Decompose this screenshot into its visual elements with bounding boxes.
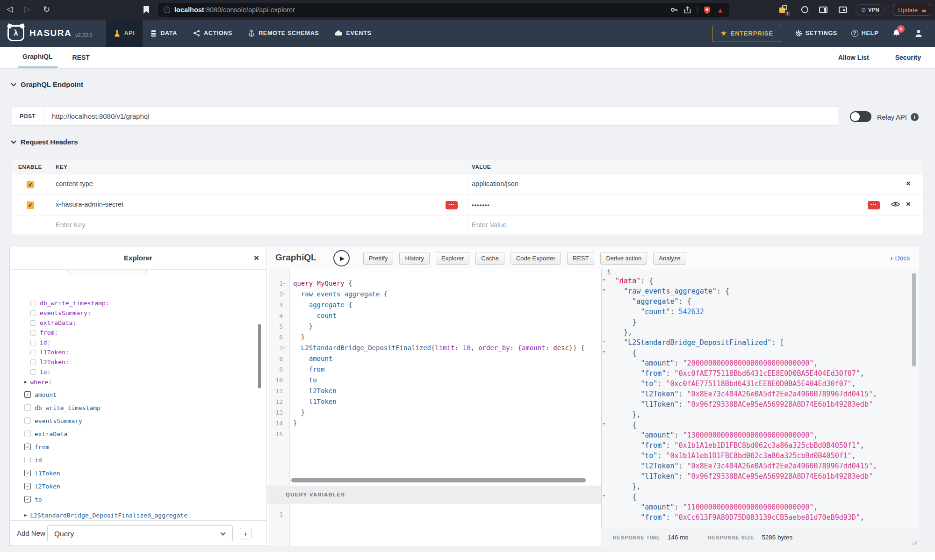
explorer-argument-item[interactable]: db_write_timestamp: xyxy=(30,298,109,308)
nav-item-data[interactable]: DATA xyxy=(143,20,185,47)
browser-menu-icon[interactable]: ≡ xyxy=(922,6,926,14)
reveal-value-eye-icon[interactable] xyxy=(891,201,900,208)
sidebar-toggle-icon[interactable] xyxy=(819,7,827,13)
explorer-item-where[interactable]: ▶ where: xyxy=(24,377,52,387)
hasura-logo[interactable]: λ xyxy=(7,25,24,41)
new-header-value-input[interactable]: Enter Value xyxy=(472,221,507,229)
explorer-field-item[interactable]: ✓l1Token xyxy=(24,467,101,480)
browser-back-icon[interactable]: ◁ xyxy=(7,4,13,14)
header-key-input[interactable]: content-type xyxy=(56,180,93,187)
history-button[interactable]: History xyxy=(399,252,429,265)
header-value-input[interactable]: ••••••• xyxy=(472,201,490,208)
endpoint-url-input[interactable]: http://localhost:8080/v1/graphql xyxy=(43,107,838,125)
explorer-field-item[interactable]: ✓amount xyxy=(24,388,101,401)
explorer-scrollbar[interactable] xyxy=(258,324,261,388)
cache-button[interactable]: Cache xyxy=(475,252,504,265)
execute-query-button[interactable]: ▶ xyxy=(333,250,350,266)
wallet-icon[interactable] xyxy=(839,7,847,13)
enable-header-checkbox[interactable]: ✓ xyxy=(27,201,34,209)
derive-action-button[interactable]: Derive action xyxy=(600,252,647,265)
relay-api-toggle[interactable] xyxy=(850,111,871,122)
explorer-field-item[interactable]: ✓from xyxy=(24,440,101,453)
explorer-argument-item[interactable]: to: xyxy=(30,367,109,377)
nav-item-actions[interactable]: ACTIONS xyxy=(185,20,240,47)
explorer-field-item[interactable]: extraData xyxy=(24,427,101,440)
fold-toggle-icon[interactable]: ▾ xyxy=(603,278,605,282)
explorer-argument-item[interactable]: id: xyxy=(30,337,109,347)
variables-editor[interactable] xyxy=(290,503,601,546)
docs-link[interactable]: ‹ Docs xyxy=(881,247,919,269)
new-header-key-input[interactable]: Enter Key xyxy=(56,221,86,229)
add-operation-button[interactable]: + xyxy=(240,528,252,539)
explorer-tree[interactable]: db_write_timestamp:eventsSummary:extraDa… xyxy=(10,270,266,520)
explorer-field-item[interactable]: db_write_timestamp xyxy=(24,401,101,414)
response-panel[interactable]: { "data": { "raw_events_aggregate": { "a… xyxy=(601,269,919,528)
notifications-button[interactable]: 8 xyxy=(892,29,900,37)
tab-rest[interactable]: REST xyxy=(70,47,93,68)
explorer-field-item[interactable]: eventsSummary xyxy=(24,414,101,427)
remove-header-button[interactable]: × xyxy=(906,179,911,188)
request-headers-section-toggle[interactable]: Request Headers xyxy=(12,138,78,146)
explorer-argument-item[interactable]: l2Token: xyxy=(30,357,109,367)
remove-header-button[interactable]: × xyxy=(906,200,911,209)
update-button[interactable]: Update ≡ xyxy=(893,4,931,16)
explorer-field-item[interactable]: id xyxy=(24,453,101,467)
explorer-field-item[interactable]: ✓to xyxy=(24,493,101,506)
graphql-endpoint-section-toggle[interactable]: GraphQL Endpoint xyxy=(12,80,83,88)
flask-icon xyxy=(114,30,120,37)
fold-toggle-icon[interactable]: ▾ xyxy=(603,339,605,344)
admin-secret-badge[interactable]: ••• xyxy=(868,201,880,209)
share-icon[interactable] xyxy=(684,6,691,14)
fold-toggle-icon[interactable]: ▾ xyxy=(603,350,605,354)
explorer-query-item[interactable]: ▶L2StandardBridge_DepositFinalized_aggre… xyxy=(24,510,187,520)
query-variables-header[interactable]: QUERY VARIABLES xyxy=(267,486,601,503)
header-value-input[interactable]: application/json xyxy=(472,180,518,187)
fold-toggle-icon[interactable]: ▾ xyxy=(603,288,605,292)
site-info-icon[interactable]: i xyxy=(164,7,170,13)
explorer-button[interactable]: Explorer xyxy=(436,252,469,265)
settings-button[interactable]: SETTINGS xyxy=(795,30,837,37)
explorer-argument-item[interactable]: l1Token: xyxy=(30,347,109,357)
response-scrollbar[interactable] xyxy=(912,273,916,366)
help-button[interactable]: ? HELP xyxy=(851,30,878,37)
rest-button[interactable]: REST xyxy=(567,252,595,265)
admin-secret-badge[interactable]: ••• xyxy=(446,201,458,209)
rewards-icon[interactable] xyxy=(801,6,808,13)
browser-reload-icon[interactable]: ↻ xyxy=(43,4,50,14)
enterprise-button[interactable]: ★ ENTERPRISE xyxy=(712,25,781,42)
query-editor[interactable]: query MyQuery { raw_events_aggregate { a… xyxy=(290,269,601,486)
warning-triangle-icon[interactable]: ▲ xyxy=(717,7,724,14)
brave-shield-icon[interactable] xyxy=(704,6,711,14)
close-icon[interactable]: × xyxy=(254,253,259,263)
fold-toggle-icon[interactable]: ▾ xyxy=(603,494,605,498)
hasura-console-page: ◁ ▷ ↻ i localhost:8080/console/api/api-e… xyxy=(0,0,935,560)
explorer-argument-item[interactable]: from: xyxy=(30,328,109,337)
browser-forward-icon[interactable]: ▷ xyxy=(24,4,30,14)
explorer-argument-item[interactable]: eventsSummary: xyxy=(30,308,109,318)
fold-toggle-icon[interactable]: ▾ xyxy=(603,422,605,426)
bookmark-icon[interactable] xyxy=(144,6,149,14)
user-avatar[interactable] xyxy=(914,29,923,37)
address-bar[interactable]: i localhost:8080/console/api/api-explore… xyxy=(158,3,729,17)
resize-handle[interactable] xyxy=(912,539,917,545)
enable-header-checkbox[interactable]: ✓ xyxy=(27,181,34,188)
security-link[interactable]: Security xyxy=(895,54,921,61)
explorer-field-item[interactable]: ✓l2Token xyxy=(24,480,101,493)
analyze-button[interactable]: Analyze xyxy=(653,252,686,265)
vpn-button[interactable]: ⊙ VPN xyxy=(856,4,885,15)
info-icon[interactable]: i xyxy=(911,113,919,121)
star-icon: ★ xyxy=(720,29,726,37)
code-exporter-button[interactable]: Code Exporter xyxy=(511,252,561,265)
nav-item-api[interactable]: API xyxy=(106,20,143,47)
nav-item-remote-schemas[interactable]: REMOTE SCHEMAS xyxy=(240,20,327,47)
tab-graphiql[interactable]: GraphiQL xyxy=(18,47,58,68)
allow-list-link[interactable]: Allow List xyxy=(838,54,869,61)
header-key-input[interactable]: x-hasura-admin-secret xyxy=(56,201,123,208)
key-icon[interactable] xyxy=(670,6,678,14)
nav-item-events[interactable]: EVENTS xyxy=(327,20,379,47)
operation-type-select[interactable]: Query xyxy=(47,525,233,542)
explorer-argument-item[interactable]: extraData: xyxy=(30,318,109,328)
horizontal-scrollbar[interactable] xyxy=(291,478,586,482)
extensions-icon[interactable]: 1 xyxy=(779,5,789,14)
prettify-button[interactable]: Prettify xyxy=(363,252,393,265)
